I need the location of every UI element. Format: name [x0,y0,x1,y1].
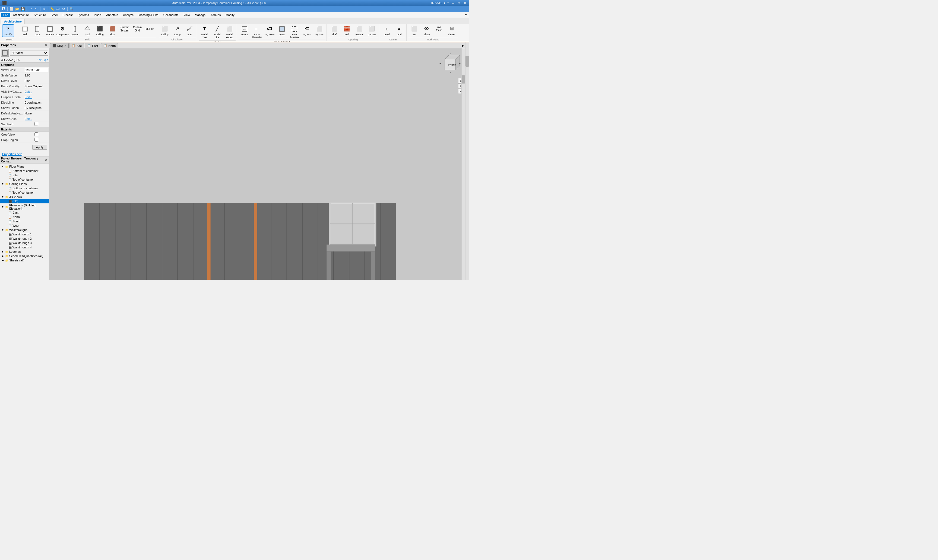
menu-addins[interactable]: Add-Ins [208,13,223,17]
tree-schedules[interactable]: ▶ 📁 Schedules/Quantities (all) [0,254,49,258]
menu-dropdown-arrow[interactable]: ▾ [464,13,468,17]
save-btn[interactable]: 💾 [20,6,25,11]
sun-path-checkbox[interactable] [25,122,48,126]
tree-3d-views[interactable]: ▼ 📁 3D Views [0,195,49,199]
menu-precast[interactable]: Precast [60,13,75,17]
menu-systems[interactable]: Systems [75,13,91,17]
tab-dropdown-btn[interactable]: ▾ [462,44,464,48]
measure-btn[interactable]: 📏 [50,6,54,11]
curtain-system-btn[interactable]: Curtain System [119,25,131,34]
set-btn[interactable]: ⬜ Set [408,25,420,37]
minimize-btn[interactable]: — [451,1,455,5]
help-icon[interactable]: ? [447,2,449,5]
model-line-btn[interactable]: ╱ Model Line [211,25,223,40]
menu-modify[interactable]: Modify [224,13,236,17]
viewer-btn[interactable]: 🖥 Viewer [446,25,458,37]
menu-collaborate[interactable]: Collaborate [161,13,181,17]
properties-help-link[interactable]: Properties help [1,152,23,156]
model-group-btn[interactable]: ⬜ Model Group [224,25,236,40]
menu-steel[interactable]: Steel [49,13,60,17]
tree-ceiling-plans[interactable]: ▼ 📁 Ceiling Plans [0,182,49,186]
show-btn[interactable]: 👁 Show [421,25,433,37]
properties-close-btn[interactable]: ✕ [44,43,48,47]
viewport[interactable]: FRONT ▲ ▼ ◀ ▶ ⊞ + − 1/8" = 1'-0" [49,48,465,280]
tag-btn[interactable]: 🏷 [56,6,60,11]
tree-walkthrough-2[interactable]: ▶ 🎬 Walkthrough 2 [0,237,49,241]
viewport-scrollbar[interactable] [461,48,465,280]
opening-wall-btn[interactable]: 🧱 Wall [341,25,353,37]
tree-3d-view[interactable]: ▶ ⬛ (3D) [0,199,49,203]
open-btn[interactable]: 📂 [15,6,20,11]
tree-top-container-ceiling[interactable]: ▶ 📋 Top of container [0,190,49,195]
view-type-select[interactable]: 3D View [10,50,48,55]
tag-room-btn[interactable]: 🏷 Tag Room [264,25,276,37]
show-grids-edit-btn[interactable]: Edit... [25,117,48,120]
ceiling-btn[interactable]: ⬛ Ceiling [94,25,106,37]
tree-floor-plans[interactable]: ▼ 📁 Floor Plans [0,164,49,169]
shaft-btn[interactable]: ⬜ Shaft [329,25,340,37]
tree-east[interactable]: ▶ 📋 East [0,211,49,215]
maximize-btn[interactable]: □ [457,1,461,5]
tree-sheets[interactable]: ▶ 📁 Sheets (all) [0,258,49,263]
settings-btn[interactable]: ⚙ [61,6,66,11]
tree-top-container-floor[interactable]: ▶ 📋 Top of container [0,177,49,182]
tree-walkthroughs[interactable]: ▼ 📁 Walkthroughs [0,228,49,232]
main-scrollbar[interactable] [465,42,469,280]
room-btn[interactable]: Rm Room [239,25,250,37]
column-btn[interactable]: Column [69,25,81,37]
vertical-btn[interactable]: ⬜ Vertical [353,25,365,37]
area-btn[interactable]: Area [276,25,288,37]
crop-view-checkbox[interactable] [25,132,48,136]
door-btn[interactable]: Door [31,25,43,37]
stair-btn[interactable]: Stair [184,25,196,37]
grid-btn[interactable]: # Grid [393,25,405,37]
floor-btn[interactable]: 🟫 Floor [106,25,118,37]
help-search-btn[interactable]: 🔍 [69,6,74,11]
menu-architecture[interactable]: Architecture [11,13,31,17]
tab-3d[interactable]: ⬛ (3D) ✕ [50,43,69,48]
print-btn[interactable]: 🖨 [42,6,47,11]
model-text-btn[interactable]: T Model Text [199,25,211,40]
tree-walkthrough-4[interactable]: ▶ 🎬 Walkthrough 4 [0,245,49,249]
level-btn[interactable]: L Level [381,25,393,37]
view-scale-input[interactable] [25,68,48,72]
app-menu-btn[interactable]: R [1,6,6,11]
undo-btn[interactable]: ↩ [28,6,33,11]
tab-3d-close[interactable]: ✕ [64,44,66,47]
modify-btn[interactable]: 🖱 Modify [2,25,14,37]
tree-bottom-container-ceiling[interactable]: ▶ 📋 Bottom of container [0,186,49,190]
curtain-grid-btn[interactable]: Curtain Grid [131,25,143,34]
info-icon[interactable]: ℹ [444,2,445,5]
navigation-cube[interactable]: FRONT ▲ ▼ ◀ ▶ [438,51,463,75]
ref-plane-btn[interactable]: Ref Plane [433,25,445,34]
tree-walkthrough-1[interactable]: ▶ 🎬 Walkthrough 1 [0,232,49,237]
menu-analyze[interactable]: Analyze [121,13,136,17]
edit-type-btn[interactable]: Edit Type [37,58,48,62]
apply-btn[interactable]: Apply [32,145,47,150]
new-btn[interactable]: ⬜ [9,6,14,11]
menu-view[interactable]: View [181,13,192,17]
window-btn[interactable]: Window [44,25,56,37]
railing-btn[interactable]: ⬜ Railing [159,25,171,37]
menu-massing[interactable]: Massing & Site [136,13,160,17]
menu-manage[interactable]: Manage [193,13,208,17]
ramp-btn[interactable]: ↗ Ramp [171,25,183,37]
ribbon-tab-architecture[interactable]: Architecture [1,19,25,24]
menu-file[interactable]: File [1,13,10,17]
tree-legends[interactable]: ▶ 📁 Legends [0,249,49,254]
tree-south[interactable]: ▶ 📋 South [0,219,49,223]
room-separator-btn[interactable]: Room Separator [251,25,263,39]
component-btn[interactable]: ⚙ Component [57,25,68,37]
tree-west[interactable]: ▶ 📋 West [0,223,49,228]
tree-site-floor[interactable]: ▶ 📋 Site [0,173,49,177]
expand-floor-plans[interactable]: ▼ [1,165,5,168]
tag-area-btn[interactable]: 🏷 Tag Area [301,25,313,37]
crop-region-checkbox[interactable] [25,138,48,142]
tab-site[interactable]: 📋 Site [69,43,84,48]
tree-elevations[interactable]: ▼ 📁 Elevations (Building Elevation) [0,203,49,211]
area-boundary-btn[interactable]: Area Boundary [288,25,301,39]
tab-north[interactable]: 📋 North [101,43,118,48]
wall-btn[interactable]: Wall [19,25,31,37]
visibility-edit-btn[interactable]: Edit... [25,90,48,93]
roof-btn[interactable]: Roof [82,25,93,37]
